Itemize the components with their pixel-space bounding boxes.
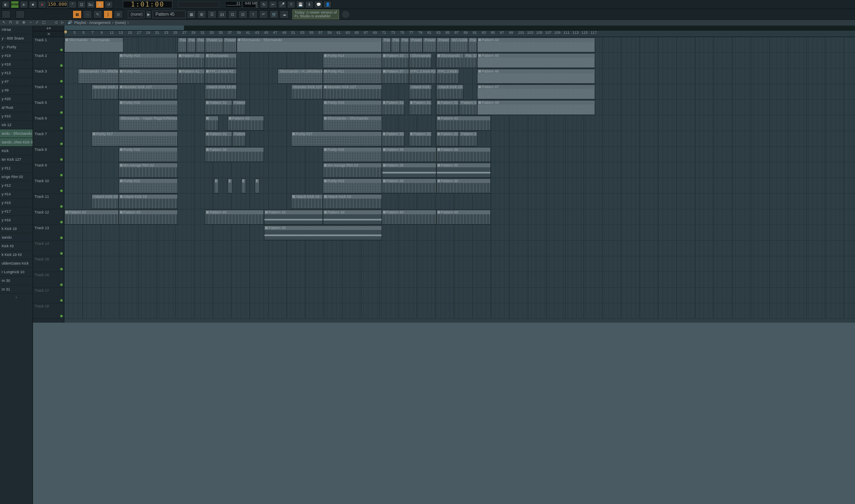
playlist-clip[interactable]: Sforzsando - Sforzsando [237,38,382,52]
clip-grip-icon[interactable] [243,180,244,182]
mute-indicator-icon[interactable] [60,158,63,161]
track-label[interactable]: Track 16 [33,272,64,288]
playlist-clip[interactable]: Pattern 35 [436,163,491,178]
step-back-icon[interactable]: ◁ [54,20,59,25]
zoom-icon[interactable]: ⊕ [22,20,27,25]
clip-grip-icon[interactable] [324,211,327,213]
playlist-clip[interactable]: Sforzsando - H..oRiches Kick 03 [278,69,323,84]
clip-grip-icon[interactable] [324,164,327,166]
history-icon[interactable]: ↻ [260,1,268,8]
mute-indicator-icon[interactable] [60,252,63,255]
playlist-clip[interactable]: Pattern 32 [205,131,232,146]
playlist-clip[interactable]: Pattern 41 [178,69,205,84]
playlist-clip[interactable]: Pattern 46 [477,69,595,84]
sidebar-item[interactable]: y #9 [0,86,33,95]
piano-roll-button[interactable]: ⊞ [197,10,206,19]
sidebar-item[interactable]: r LongKick 10 [0,268,33,277]
menu-icon[interactable]: ◐ [2,1,10,8]
clip-grip-icon[interactable] [206,117,209,120]
magnet-icon[interactable]: ⊓ [9,20,14,25]
clip-grip-icon[interactable] [120,180,122,182]
playlist-clip[interactable]: Power LongKick 10 [205,38,223,52]
clip-grip-icon[interactable] [410,101,412,104]
expand-icon[interactable]: ⤢ [35,20,40,25]
playlist-clip[interactable]: Pattern 40 [382,210,436,225]
clip-grip-icon[interactable] [438,54,440,57]
sidebar-item[interactable]: sando [0,233,33,242]
song-mode-button[interactable]: SONG [11,1,19,8]
record-button[interactable]: ● [38,1,46,8]
timeline-ruler[interactable]: 1357911131517192123252729313335373941434… [64,30,855,37]
playlist-clip[interactable]: Purity #15 [323,100,382,115]
mixer-button[interactable]: ⫿⫿ [218,10,227,19]
playlist-clip[interactable]: Power L..gKick 10 [423,38,436,52]
minimap-viewport[interactable] [64,26,184,30]
mute-indicator-icon[interactable] [60,315,63,317]
clip-grip-icon[interactable] [93,195,93,198]
mute-indicator-icon[interactable] [60,174,63,176]
clip-grip-icon[interactable] [292,133,295,135]
playlist-clip[interactable]: Pattern 47 [477,84,595,99]
track-row[interactable]: Pattern 39 [64,225,855,241]
audio-icon[interactable]: 🔊 [68,20,73,25]
track-row[interactable]: Purity #15Pattern 31Pattern 31Purity #15… [64,100,855,115]
add-track-button[interactable]: +▾ [33,26,64,31]
clip-grip-icon[interactable] [206,70,209,73]
browser-button[interactable]: ☰ [207,10,217,19]
sidebar-item[interactable]: Kick #2 [0,242,33,251]
clip-grip-icon[interactable] [179,54,181,57]
track-row[interactable]: Attack Kick 19Attack Kick 19Attack Kick … [64,194,855,209]
sidebar-item[interactable]: eAge Rim 02 [0,173,33,181]
snap-icon[interactable]: ⊙ [16,20,21,25]
playlist-clip[interactable]: Attack Kick 19 #2 [436,84,464,99]
playlist-clip[interactable]: Purity #11 [119,69,178,84]
playlist-clip[interactable]: Pattern 34 [264,210,323,225]
clip-grip-icon[interactable] [256,180,257,182]
track-row[interactable]: Purity #16Pattern 36Purity #16Pattern 36… [64,147,855,162]
clip-grip-icon[interactable] [206,133,209,135]
playlist-clip[interactable]: Pattern 32 [409,131,432,146]
sidebar-item[interactable]: rn 31 [0,285,33,294]
help-icon[interactable]: ? [287,1,295,8]
track-row[interactable]: Pattern 43Pattern 43Pattern 40Pattern 34… [64,209,855,225]
playlist-clip[interactable]: Pattern 38 [382,178,436,193]
playlist-clip[interactable]: Pattern 38 [436,178,491,193]
playlist-clip[interactable] [255,178,259,193]
track-label[interactable]: Track 17 [33,288,64,303]
clip-grip-icon[interactable] [120,70,122,73]
clip-grip-icon[interactable] [438,164,440,166]
cloud-button[interactable]: ☁ [280,10,289,19]
play-button[interactable]: ▶ [20,1,28,8]
add-item-button[interactable]: + [0,294,33,301]
playlist-clip[interactable]: Purity #12 [119,178,178,193]
playlist-clip[interactable]: Pattern 35 [382,163,436,178]
clip-grip-icon[interactable] [324,70,327,73]
wait-icon[interactable]: ⊡ [78,1,86,8]
select-icon[interactable]: ↔ [29,20,34,25]
clip-grip-icon[interactable] [383,148,386,151]
track-label[interactable]: Track 11 [33,194,64,209]
playlist-clip[interactable] [205,116,219,131]
minimap[interactable] [64,26,855,30]
metronome-icon[interactable]: ⌃ [68,1,77,8]
sidebar-item[interactable]: k Kick 19 #2 [0,251,33,259]
mute-indicator-icon[interactable] [60,127,63,129]
sidebar-item[interactable]: y #16 [0,216,33,225]
sidebar-item[interactable]: y #20 [0,95,33,103]
clip-grip-icon[interactable] [206,211,209,213]
playlist-clip[interactable]: Sforzsando - Sforzsando [64,38,123,52]
clip-grip-icon[interactable] [438,133,440,135]
clip-grip-icon[interactable] [438,148,440,151]
mute-indicator-icon[interactable] [60,221,63,223]
playlist-clip[interactable]: FPC 2 Kick #2 [205,69,237,84]
playlist-clip[interactable]: Purity #16 [119,147,178,162]
clip-grip-icon[interactable] [438,180,440,182]
playlist-clip[interactable]: Monster Kick 127 [119,84,178,99]
sidebar-item[interactable]: y #17 [0,207,33,216]
clip-grip-icon[interactable] [229,117,231,120]
clip-grip-icon[interactable] [206,148,209,151]
playlist-clip[interactable] [214,178,219,193]
playlist-clip[interactable]: Attack Kick 19 [323,194,382,209]
playlist-clip[interactable]: Pattern 36 [382,147,436,162]
playlist-clip[interactable]: Sforzsando - H..oRiches Kick 03 [78,69,119,84]
